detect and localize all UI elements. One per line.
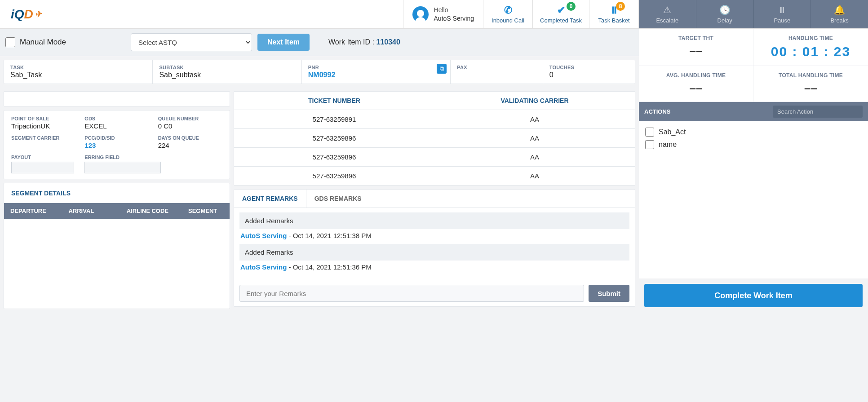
task-basket-label: Task Basket — [598, 17, 629, 24]
touches-cell: TOUCHES 0 — [543, 60, 635, 84]
logo: iQD✈ — [0, 0, 53, 28]
action-checkbox[interactable] — [645, 140, 654, 149]
avatar-icon — [412, 6, 429, 22]
work-item-id: Work Item ID : 110340 — [328, 38, 400, 46]
erring-field-input[interactable] — [84, 162, 161, 173]
metric-target-tht: TARGET THT –– — [639, 29, 753, 66]
submit-remark-button[interactable]: Submit — [589, 285, 629, 302]
inbound-call-button[interactable]: ✆ Inbound Call — [483, 0, 533, 28]
user-name: AutoS Serving — [434, 14, 474, 22]
segment-table-header: DEPARTURE ARRIVAL AIRLINE CODE SEGMENT — [4, 203, 230, 219]
remark-item: Added RemarksAutoS Serving - Oct 14, 202… — [239, 244, 629, 271]
phone-icon: ✆ — [504, 4, 512, 16]
ticket-table: TICKET NUMBER VALIDATING CARRIER 527-632… — [234, 91, 635, 186]
completed-task-button[interactable]: ✔ 0 Completed Task — [533, 0, 589, 28]
action-item[interactable]: Sab_Act — [645, 126, 862, 138]
remark-time: Oct 14, 2021 12:51:36 PM — [293, 263, 372, 271]
astq-select[interactable]: Select ASTQ — [131, 33, 252, 51]
next-item-button[interactable]: Next Item — [257, 34, 310, 51]
ticket-row: 527-63259891AA — [234, 110, 635, 128]
remark-author: AutoS Serving — [240, 263, 287, 271]
segment-details-title: SEGMENT DETAILS — [4, 183, 230, 203]
pause-button[interactable]: ⏸ Pause — [754, 0, 811, 28]
actions-header: ACTIONS — [639, 102, 868, 121]
warning-icon: ⚠ — [663, 4, 671, 15]
search-action-input[interactable] — [773, 106, 863, 118]
pnr-cell: PNR NM0992 ⧉ — [302, 60, 451, 84]
action-item[interactable]: name — [645, 138, 862, 151]
task-cell: TASK Sab_Task — [4, 60, 153, 84]
pause-icon: ⏸ — [778, 5, 787, 15]
greeting-label: Hello — [434, 6, 474, 14]
completed-task-label: Completed Task — [540, 17, 582, 24]
tab-agent-remarks[interactable]: AGENT REMARKS — [234, 190, 306, 208]
manual-mode-input[interactable] — [5, 37, 15, 47]
remark-item: Added RemarksAutoS Serving - Oct 14, 202… — [239, 212, 629, 239]
manual-mode-checkbox[interactable]: Manual Mode — [5, 37, 66, 47]
clock-icon: 🕓 — [719, 4, 731, 15]
ticket-row: 527-63259896AA — [234, 128, 635, 147]
remark-time: Oct 14, 2021 12:51:38 PM — [293, 232, 372, 239]
metric-handling-time: HANDLING TIME 00 : 01 : 23 — [753, 29, 868, 66]
details-panel: POINT OF SALETripactionUK GDSEXCEL QUEUE… — [4, 110, 230, 179]
info-panel: TASK Sab_Task SUBTASK Sab_subtask PNR NM… — [4, 60, 635, 84]
metrics-panel: TARGET THT –– HANDLING TIME 00 : 01 : 23… — [639, 29, 868, 102]
action-checkbox[interactable] — [645, 128, 654, 137]
subtask-cell: SUBTASK Sab_subtask — [153, 60, 301, 84]
delay-button[interactable]: 🕓 Delay — [696, 0, 754, 28]
tab-gds-remarks[interactable]: GDS REMARKS — [306, 190, 370, 208]
action-strip: ⚠ Escalate 🕓 Delay ⏸ Pause 🔔 Breaks — [639, 0, 868, 28]
escalate-button[interactable]: ⚠ Escalate — [639, 0, 696, 28]
complete-work-item-button[interactable]: Complete Work Item — [644, 284, 863, 307]
bell-icon: 🔔 — [834, 4, 845, 15]
plane-icon: ✈ — [34, 9, 43, 19]
topbar: iQD✈ Hello AutoS Serving ✆ Inbound Call … — [0, 0, 868, 29]
segment-details-panel: SEGMENT DETAILS DEPARTURE ARRIVAL AIRLIN… — [4, 183, 230, 309]
blank-panel — [4, 91, 230, 106]
breaks-button[interactable]: 🔔 Breaks — [811, 0, 868, 28]
remarks-panel: AGENT REMARKS GDS REMARKS Added RemarksA… — [234, 189, 635, 307]
actions-list: Sab_Actname — [639, 121, 868, 278]
pax-cell: PAX — [451, 60, 543, 84]
toolbar: Manual Mode Select ASTQ Next Item Work I… — [0, 29, 639, 56]
pnr-link[interactable]: NM0992 — [308, 71, 444, 79]
manual-mode-label: Manual Mode — [20, 38, 66, 47]
basket-badge: 8 — [616, 2, 625, 11]
copy-icon[interactable]: ⧉ — [437, 64, 447, 74]
payout-input[interactable] — [11, 162, 74, 173]
completed-badge: 0 — [567, 2, 576, 11]
segment-table-body — [4, 219, 230, 309]
metric-total-handling: TOTAL HANDLING TIME –– — [753, 66, 868, 102]
ticket-row: 527-63259896AA — [234, 166, 635, 185]
check-icon: ✔ — [557, 4, 565, 16]
right-sidebar: TARGET THT –– HANDLING TIME 00 : 01 : 23… — [639, 29, 868, 313]
remarks-input[interactable] — [239, 285, 584, 302]
inbound-call-label: Inbound Call — [492, 17, 524, 24]
ticket-row: 527-63259896AA — [234, 147, 635, 166]
user-block: Hello AutoS Serving — [403, 0, 484, 28]
remark-author: AutoS Serving — [240, 232, 287, 239]
task-basket-button[interactable]: ⏸ 8 Task Basket — [589, 0, 639, 28]
metric-avg-handling: AVG. HANDLING TIME –– — [639, 66, 753, 102]
